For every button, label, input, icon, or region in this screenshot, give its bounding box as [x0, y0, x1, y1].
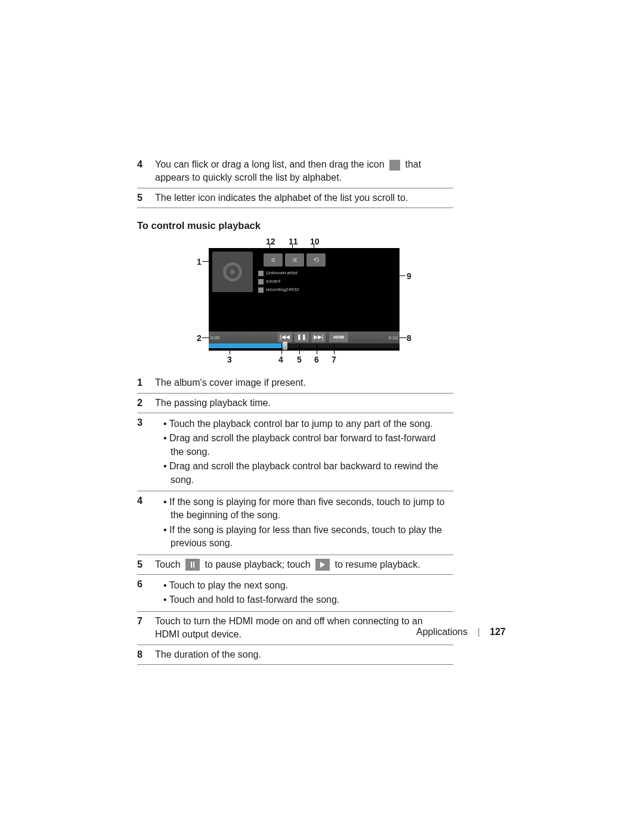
- bullet-item: Drag and scroll the playback control bar…: [163, 432, 450, 459]
- time-elapsed: 0:05: [210, 335, 220, 341]
- text-run: to resume playback.: [335, 559, 420, 569]
- play-icon: [315, 559, 330, 571]
- step-number: 2: [137, 393, 155, 413]
- player-description-table: 1 The album's cover image if present. 2 …: [137, 373, 453, 665]
- step-number: 7: [137, 611, 155, 645]
- previous-button[interactable]: |◀◀: [278, 332, 292, 342]
- step-text: The duration of the song.: [155, 645, 453, 664]
- step-text: If the song is playing for more than fiv…: [155, 491, 453, 555]
- shuffle-icon[interactable]: ⤨: [285, 253, 304, 267]
- bullet-item: Touch to play the next song.: [163, 579, 450, 592]
- step-text: The letter icon indicates the alphabet o…: [155, 188, 453, 208]
- step-number: 1: [137, 373, 155, 393]
- step-text: Touch the playback control bar to jump t…: [155, 413, 453, 491]
- step-number: 8: [137, 645, 155, 664]
- top-toolbar: ≡ ⤨ ⟲: [264, 253, 326, 267]
- step-number: 6: [137, 574, 155, 611]
- seek-bar[interactable]: [209, 343, 400, 348]
- callout-11: 11: [289, 236, 298, 248]
- callout-2: 2: [197, 333, 202, 345]
- album-icon: [258, 279, 264, 284]
- step-number: 5: [137, 555, 155, 574]
- step-text: Touch to pause playback; touch to resume…: [155, 555, 453, 574]
- callout-9: 9: [407, 271, 411, 283]
- step-text: Touch to play the next song. Touch and h…: [155, 574, 453, 611]
- callout-lead: [334, 343, 335, 354]
- step-number: 5: [137, 188, 155, 208]
- seek-knob[interactable]: [283, 342, 287, 350]
- callout-8: 8: [407, 333, 411, 345]
- metadata-line: sdcard: [266, 277, 280, 286]
- time-total: 0:10: [388, 335, 398, 341]
- callout-lead: [230, 349, 230, 354]
- callout-lead: [281, 343, 282, 354]
- annotated-player-figure: 12 11 10 1 2 9 8 ≡ ⤨ ⟲ Unknown artist sd…: [137, 237, 453, 363]
- track-metadata: Unknown artist sdcard recording24932: [258, 269, 299, 294]
- callout-lead: [398, 337, 407, 338]
- callout-7: 7: [332, 354, 336, 366]
- bullet-item: If the song is playing for more than fiv…: [163, 496, 450, 522]
- step-number: 3: [137, 413, 155, 491]
- step-number: 4: [137, 155, 155, 188]
- metadata-line: recording24932: [266, 286, 299, 294]
- callout-5: 5: [297, 354, 302, 366]
- seek-fill: [209, 343, 285, 348]
- callout-1: 1: [197, 256, 202, 268]
- callout-4: 4: [278, 354, 283, 366]
- step-text: The passing playback time.: [155, 393, 453, 413]
- hdmi-button[interactable]: HDMI: [329, 332, 348, 342]
- footer-section: Applications: [416, 627, 467, 637]
- metadata-line: Unknown artist: [266, 269, 298, 277]
- artist-icon: [258, 271, 264, 276]
- page-footer: Applications | 127: [416, 627, 506, 637]
- step-text: Touch to turn the HDMI mode on and off w…: [155, 611, 453, 645]
- transport-bar: 0:05 0:10 |◀◀ ❚❚ ▶▶| HDMI: [209, 332, 400, 343]
- callout-12: 12: [266, 236, 275, 248]
- bullet-item: Touch and hold to fast-forward the song.: [163, 593, 450, 606]
- track-icon: [258, 287, 264, 293]
- repeat-icon[interactable]: ⟲: [306, 253, 326, 267]
- section-heading: To control music playback: [137, 219, 453, 233]
- footer-page-number: 127: [490, 627, 506, 637]
- manual-page: 4 You can flick or drag a long list, and…: [137, 155, 453, 665]
- callout-3: 3: [227, 354, 232, 366]
- step-text: You can flick or drag a long list, and t…: [155, 155, 453, 188]
- callout-6: 6: [314, 354, 319, 366]
- bullet-item: If the song is playing for less than fiv…: [163, 524, 450, 550]
- callout-lead: [317, 343, 317, 354]
- footer-divider: |: [478, 627, 480, 637]
- pause-icon: [185, 559, 200, 571]
- pause-button[interactable]: ❚❚: [295, 332, 309, 342]
- music-player: ≡ ⤨ ⟲ Unknown artist sdcard recording249…: [209, 248, 400, 351]
- text-run: to pause playback; touch: [205, 559, 313, 569]
- playlist-icon[interactable]: ≡: [264, 253, 283, 267]
- scroll-thumb-icon: [389, 160, 400, 171]
- callout-10: 10: [310, 236, 320, 248]
- album-art: [212, 252, 253, 292]
- next-button[interactable]: ▶▶|: [311, 332, 326, 342]
- callout-lead: [299, 343, 300, 354]
- step-text: The album's cover image if present.: [155, 373, 453, 393]
- text-run: You can flick or drag a long list, and t…: [155, 159, 387, 169]
- prior-steps-table: 4 You can flick or drag a long list, and…: [137, 155, 453, 208]
- step-number: 4: [137, 491, 155, 555]
- bullet-item: Touch the playback control bar to jump t…: [163, 417, 450, 431]
- bullet-item: Drag and scroll the playback control bar…: [163, 460, 450, 487]
- text-run: Touch: [155, 559, 183, 569]
